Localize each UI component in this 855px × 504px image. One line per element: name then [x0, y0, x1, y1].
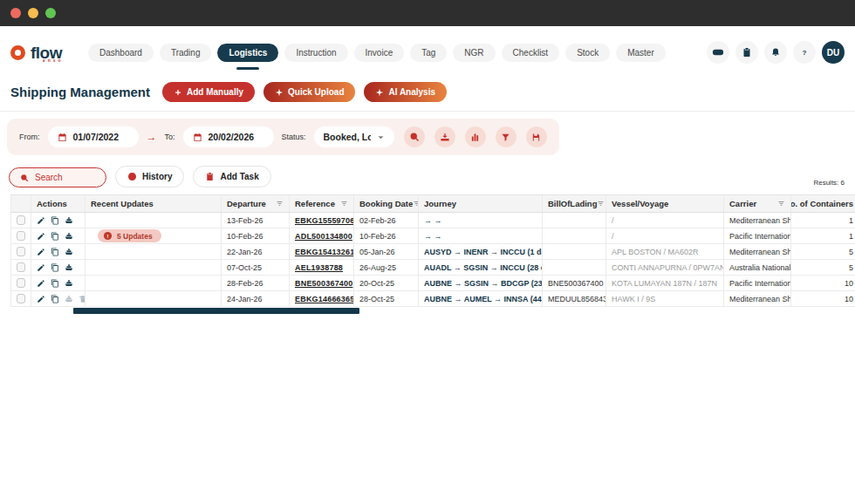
- column-header-label: Carrier: [729, 199, 756, 208]
- carrier-value: Mediterranean Shippi...: [729, 295, 791, 303]
- nav-item-trading[interactable]: Trading: [160, 44, 212, 62]
- user-avatar[interactable]: DU: [822, 41, 845, 64]
- departure-value: 28-Feb-26: [227, 279, 263, 288]
- containers-value: 5: [849, 248, 853, 256]
- alert-icon: !: [103, 231, 113, 241]
- nav-item-dashboard[interactable]: Dashboard: [88, 44, 154, 62]
- column-header-bill_of_lading: BillOfLading: [543, 195, 606, 212]
- trash-action-icon[interactable]: [79, 295, 86, 303]
- nav-item-invoice[interactable]: Invoice: [354, 44, 405, 62]
- clear-filter-button[interactable]: [496, 126, 516, 147]
- cell-checkbox: [10, 244, 31, 259]
- column-filter-icon[interactable]: [597, 200, 605, 208]
- search-filter-button[interactable]: [404, 126, 425, 147]
- maximize-window-button[interactable]: [45, 8, 56, 18]
- carrier-value: Pacific International L...: [729, 232, 791, 241]
- add-manually-label: Add Manually: [187, 87, 243, 97]
- nav-item-checklist[interactable]: Checklist: [502, 44, 560, 62]
- reference-link[interactable]: ADL500134800: [295, 232, 352, 241]
- containers-value: 10: [845, 295, 853, 303]
- toggle-glyph-icon: [712, 46, 724, 58]
- toggle-icon[interactable]: [707, 41, 729, 64]
- ship-action-icon[interactable]: [65, 232, 73, 241]
- svg-text:!: !: [107, 234, 109, 239]
- row-checkbox[interactable]: [17, 262, 25, 272]
- minimize-window-button[interactable]: [28, 8, 38, 18]
- to-date-value: 20/02/2026: [209, 132, 255, 142]
- nav-item-tag[interactable]: Tag: [410, 44, 447, 62]
- ship-action-icon[interactable]: [65, 248, 73, 256]
- updates-badge[interactable]: !5 Updates: [98, 229, 161, 242]
- nav-item-logistics[interactable]: Logistics: [217, 44, 278, 62]
- calendar-icon: [58, 133, 67, 142]
- cell-vessel_voyage: /: [606, 228, 724, 243]
- copy-action-icon[interactable]: [51, 248, 59, 256]
- app-logo[interactable]: flow enso: [10, 44, 62, 61]
- status-dropdown[interactable]: Booked, Lo...: [314, 126, 394, 147]
- cell-bill_of_lading: [543, 244, 606, 259]
- ai-analysis-button[interactable]: AI Analysis: [364, 82, 447, 102]
- reference-link[interactable]: EBKG15413261: [295, 248, 354, 256]
- save-button[interactable]: [526, 126, 547, 147]
- clipboard-icon[interactable]: [735, 41, 758, 64]
- sparkle-icon: [275, 88, 284, 97]
- row-checkbox[interactable]: [17, 247, 25, 256]
- reference-link[interactable]: EBKG15559706: [295, 216, 354, 225]
- ship-action-icon[interactable]: [65, 263, 73, 272]
- copy-action-icon[interactable]: [51, 295, 59, 303]
- column-filter-icon[interactable]: [340, 200, 348, 208]
- ship-action-icon[interactable]: [65, 216, 73, 225]
- columns-button[interactable]: [465, 126, 486, 147]
- ship-action-icon[interactable]: [65, 295, 73, 303]
- column-filter-icon[interactable]: [777, 200, 785, 208]
- vessel-voyage-value: /: [612, 232, 614, 241]
- add-manually-button[interactable]: Add Manually: [162, 82, 255, 102]
- download-button[interactable]: [434, 126, 455, 147]
- pencil-action-icon[interactable]: [37, 263, 45, 272]
- row-checkbox[interactable]: [17, 231, 25, 241]
- pencil-action-icon[interactable]: [37, 279, 45, 288]
- carrier-value: Mediterranean Shippi...: [729, 216, 791, 225]
- table-body: 13-Feb-26EBKG1555970602-Feb-26→ →/Medite…: [10, 213, 855, 307]
- history-button[interactable]: History: [115, 166, 184, 187]
- search-input[interactable]: [35, 173, 96, 182]
- horizontal-scrollbar[interactable]: [73, 308, 359, 314]
- close-window-button[interactable]: [10, 8, 21, 18]
- nav-item-master[interactable]: Master: [616, 44, 666, 62]
- bell-icon[interactable]: [764, 41, 787, 64]
- row-checkbox[interactable]: [17, 294, 25, 303]
- add-task-button[interactable]: Add Task: [193, 166, 270, 187]
- row-checkbox[interactable]: [17, 215, 25, 225]
- cell-vessel_voyage: CONTI ANNAPURNA / 0PW7AN1NL: [606, 260, 724, 275]
- search-box[interactable]: [9, 167, 106, 187]
- nav-item-ngr[interactable]: NGR: [453, 44, 495, 62]
- ship-action-icon[interactable]: [65, 279, 73, 288]
- copy-action-icon[interactable]: [51, 232, 59, 241]
- copy-action-icon[interactable]: [51, 263, 59, 272]
- column-header-booking_date: Booking Date: [354, 195, 419, 212]
- journey-value: → →: [424, 216, 442, 225]
- nav-item-instruction[interactable]: Instruction: [284, 44, 347, 62]
- row-checkbox[interactable]: [17, 278, 25, 288]
- copy-action-icon[interactable]: [51, 216, 59, 225]
- reference-link[interactable]: EBKG14666365: [295, 295, 354, 303]
- reference-link[interactable]: BNE500367400: [295, 279, 352, 288]
- to-date-field[interactable]: 20/02/2026: [183, 126, 274, 147]
- page-header: Shipping Management Add Manually Quick U…: [10, 82, 845, 102]
- table-row: 07-Oct-25AEL193878826-Aug-25AUADL → SGSI…: [10, 260, 855, 276]
- vessel-voyage-value: CONTI ANNAPURNA / 0PW7AN1NL: [612, 263, 724, 272]
- help-icon[interactable]: ?: [793, 41, 816, 64]
- reference-link[interactable]: AEL1938788: [295, 263, 343, 272]
- column-filter-icon[interactable]: [276, 200, 284, 208]
- cell-bill_of_lading: [543, 213, 606, 228]
- nav-item-stock[interactable]: Stock: [565, 44, 610, 62]
- from-date-field[interactable]: 01/07/2022: [48, 126, 139, 147]
- pencil-action-icon[interactable]: [37, 232, 45, 241]
- cell-departure: 10-Feb-26: [222, 228, 290, 243]
- column-filter-icon[interactable]: [413, 200, 419, 208]
- quick-upload-button[interactable]: Quick Upload: [263, 82, 355, 102]
- pencil-action-icon[interactable]: [37, 295, 45, 303]
- pencil-action-icon[interactable]: [37, 216, 45, 225]
- pencil-action-icon[interactable]: [37, 248, 45, 256]
- copy-action-icon[interactable]: [51, 279, 59, 288]
